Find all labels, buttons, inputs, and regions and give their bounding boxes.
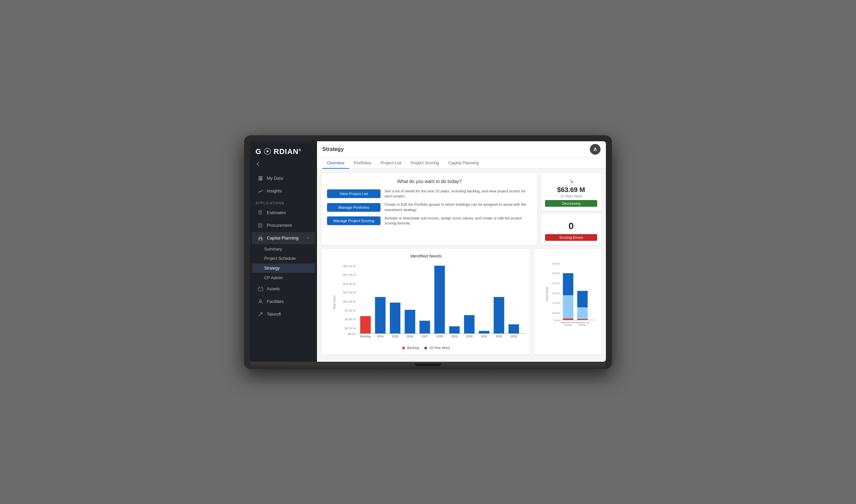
svg-rect-61 — [577, 291, 587, 307]
main-chart-svg: $20.00 M $17.50 M $15.00 M $12.50 M $10.… — [341, 262, 526, 342]
tab-portfolios[interactable]: Portfolios — [349, 158, 376, 169]
sidebar-sub-item-summary[interactable]: Summary — [250, 245, 317, 254]
main-chart-title: Identified Needs — [326, 253, 526, 258]
laptop-base — [250, 362, 606, 369]
sidebar-sub-item-strategy-label: Strategy — [264, 266, 280, 271]
action-panel-title: What do you want to do today? — [327, 179, 532, 184]
tab-project-scoring[interactable]: Project Scoring — [406, 158, 444, 169]
manage-portfolios-desc: Create or Edit the Portfolio groups to w… — [384, 202, 532, 212]
main-chart-y-label: Total Need — [333, 295, 336, 310]
scoring-errors-card: 0 Scoring Errors — [541, 214, 601, 245]
view-project-list-desc: See a list of needs for the next 10 year… — [384, 189, 532, 199]
sidebar-sub-item-summary-label: Summary — [264, 247, 282, 252]
logo-area: G RDIAN® — [250, 141, 317, 160]
trend-down-icon: ↘ — [545, 177, 597, 185]
sidebar-item-capital-planning[interactable]: Capital Planning − — [252, 232, 315, 244]
manage-project-scoring-button[interactable]: Manage Project Scoring — [327, 216, 380, 225]
sidebar-item-assets[interactable]: Assets — [252, 283, 315, 295]
svg-rect-55 — [563, 295, 573, 318]
svg-text:2032: 2032 — [496, 335, 502, 338]
sidebar-sub-item-project-schedule-label: Project Schedule — [264, 256, 296, 261]
svg-text:2031: 2031 — [481, 335, 487, 338]
svg-rect-2 — [258, 176, 262, 177]
sidebar-item-procurement[interactable]: Procurement — [252, 219, 315, 232]
capital-planning-submenu: Summary Project Schedule Strategy CP Adm… — [250, 245, 317, 283]
action-row-view-project-list: View Project List See a list of needs fo… — [327, 189, 532, 199]
svg-text:$25.00 M: $25.00 M — [552, 272, 560, 274]
tab-bar: Overview Portfolios Project List Project… — [317, 158, 606, 169]
database-icon — [257, 175, 263, 181]
svg-rect-4 — [258, 179, 262, 180]
svg-text:2029: 2029 — [451, 335, 458, 338]
action-rows: View Project List See a list of needs fo… — [327, 189, 532, 226]
takeoff-icon — [257, 311, 263, 317]
sidebar-item-facilities[interactable]: Facilities — [252, 295, 315, 308]
sidebar-item-capital-planning-label: Capital Planning — [267, 235, 298, 240]
svg-rect-3 — [258, 178, 262, 179]
sidebar-item-assets-label: Assets — [267, 286, 280, 291]
bar-2032 — [494, 297, 504, 333]
screen: G RDIAN® — [250, 141, 606, 362]
tab-overview[interactable]: Overview — [322, 158, 349, 169]
chart-icon — [257, 188, 263, 194]
svg-rect-56 — [563, 273, 573, 295]
svg-text:$2.50 M: $2.50 M — [345, 326, 356, 330]
svg-rect-54 — [563, 318, 573, 320]
svg-text:Portfolio: Portfolio — [579, 323, 586, 326]
tab-project-list[interactable]: Project List — [376, 158, 406, 169]
ten-year-need-label: 10 Years Need — [545, 194, 597, 198]
sidebar-sub-item-cp-admin[interactable]: CP Admin — [250, 273, 317, 283]
doc-icon — [257, 210, 263, 216]
bar-2027 — [420, 321, 430, 333]
building-icon — [257, 235, 263, 241]
ten-year-need-value: $63.69 M — [545, 186, 597, 194]
sidebar-item-my-data[interactable]: My Data — [252, 172, 315, 184]
svg-text:$15.00 M: $15.00 M — [552, 292, 560, 294]
tab-capital-planning[interactable]: Capital Planning — [444, 158, 483, 169]
manage-project-scoring-desc: Activate or deactivate sub-scores, assig… — [384, 216, 532, 226]
sidebar-item-insights[interactable]: Insights — [252, 185, 315, 197]
avatar[interactable]: A — [590, 144, 601, 155]
svg-text:$5.00 M: $5.00 M — [345, 318, 356, 321]
sidebar-item-facilities-label: Facilities — [267, 299, 284, 304]
sidebar-item-insights-label: Insights — [267, 188, 282, 193]
main-chart-container: Total Need — [326, 262, 526, 343]
sidebar-item-estimates[interactable]: Estimates — [252, 207, 315, 219]
svg-text:2028: 2028 — [436, 335, 443, 338]
bar-2029 — [449, 326, 460, 333]
sidebar-item-procurement-label: Procurement — [267, 223, 292, 228]
svg-text:$0.00: $0.00 — [555, 319, 561, 321]
stats-panel: ↘ $63.69 M 10 Years Need Decreasing 0 Sc… — [541, 173, 601, 245]
laptop-notch — [415, 363, 441, 366]
svg-point-1 — [267, 150, 269, 152]
sidebar-item-takeoff[interactable]: Takeoff — [252, 308, 315, 320]
svg-text:$7.50 M: $7.50 M — [345, 309, 356, 312]
action-row-manage-project-scoring: Manage Project Scoring Activate or deact… — [327, 216, 532, 226]
svg-text:$10.00 M: $10.00 M — [552, 302, 560, 304]
collapse-icon: − — [307, 235, 310, 241]
facilities-icon — [257, 299, 263, 305]
sidebar-sub-item-project-schedule[interactable]: Project Schedule — [250, 254, 317, 263]
action-panel: What do you want to do today? View Proje… — [322, 173, 537, 245]
top-bar: Strategy A — [317, 141, 606, 158]
main-content-area: Strategy A Overview Portfolios Project L… — [317, 141, 606, 362]
back-button[interactable] — [250, 160, 317, 172]
action-row-manage-portfolios: Manage Portfolios Create or Edit the Por… — [327, 202, 532, 212]
legend-10-year-need: 10-Year Need — [424, 346, 450, 350]
svg-text:2026: 2026 — [407, 335, 413, 338]
view-project-list-button[interactable]: View Project List — [327, 190, 380, 198]
svg-text:$17.50 M: $17.50 M — [343, 273, 356, 276]
sidebar-sub-item-cp-admin-label: CP Admin — [264, 275, 283, 280]
sidebar-item-estimates-label: Estimates — [267, 210, 286, 215]
logo-icon — [264, 148, 271, 155]
svg-rect-59 — [577, 319, 587, 320]
applications-section-label: APPLICATIONS — [250, 197, 317, 206]
sidebar-sub-item-strategy[interactable]: Strategy — [252, 264, 315, 273]
legend-10year-dot — [424, 347, 427, 349]
svg-text:2025: 2025 — [392, 335, 398, 338]
svg-text:$0.00: $0.00 — [348, 332, 356, 335]
secondary-chart-y-label: Total Need — [545, 287, 549, 301]
legend-backlog: Backlog — [402, 346, 419, 350]
charts-section: Identified Needs Total Need — [322, 249, 601, 354]
manage-portfolios-button[interactable]: Manage Portfolios — [327, 203, 380, 212]
